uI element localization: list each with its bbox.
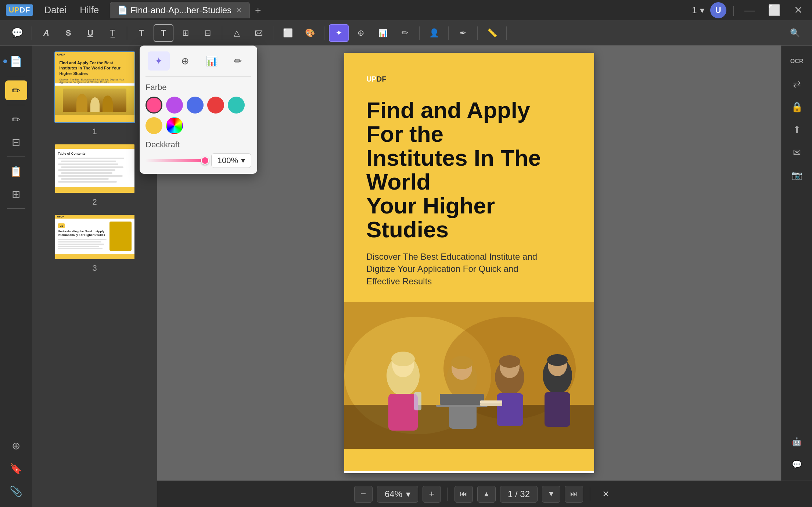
- thumbnail-frame-2[interactable]: Table of Contents: [54, 144, 135, 194]
- zoom-in-button[interactable]: +: [423, 486, 441, 503]
- chart-tool[interactable]: 📊: [373, 24, 393, 42]
- toc-line-5: [58, 169, 115, 171]
- close-toolbar-button[interactable]: ✕: [597, 486, 615, 503]
- toc-line-9: [58, 181, 117, 183]
- person-tool[interactable]: 👤: [424, 24, 444, 42]
- opacity-value-box[interactable]: 100% ▾: [211, 153, 251, 168]
- new-tab-button[interactable]: +: [251, 3, 265, 18]
- svg-rect-21: [440, 394, 484, 405]
- menu-datei[interactable]: Datei: [39, 2, 72, 18]
- sidebar-extract-icon[interactable]: 📋: [5, 161, 27, 181]
- cover-subtitle-1: Discover The Best Educational Institute …: [60, 78, 130, 83]
- search-tool[interactable]: 🔍: [785, 24, 805, 42]
- right-export-icon[interactable]: ⬆: [786, 120, 808, 140]
- menu-hilfe[interactable]: Hilfe: [75, 2, 104, 18]
- pdf-toc-2: Table of Contents: [55, 144, 134, 193]
- popup-star-tab[interactable]: ✦: [148, 51, 170, 71]
- thumbnail-3[interactable]: UPDF 01 Understanding the Need to Apply …: [38, 214, 151, 273]
- app-logo[interactable]: UPDF: [6, 4, 33, 16]
- text-tool[interactable]: T: [132, 24, 151, 42]
- paint-tool[interactable]: 🎨: [300, 24, 320, 42]
- right-mail-icon[interactable]: ✉: [786, 143, 808, 162]
- text-box-tool[interactable]: T: [154, 24, 173, 42]
- svg-point-19: [547, 354, 568, 366]
- thumbnail-frame-3[interactable]: UPDF 01 Understanding the Need to Apply …: [54, 214, 135, 260]
- separator-7: [448, 26, 449, 40]
- thumbnail-frame-1[interactable]: UPDF Find and Apply For the Best Institu…: [54, 51, 135, 123]
- underline-tool[interactable]: U: [80, 24, 100, 42]
- highlight-tool[interactable]: A: [36, 24, 56, 42]
- opacity-slider-thumb[interactable]: [201, 157, 209, 165]
- pencil-tool[interactable]: ✏: [395, 24, 415, 42]
- people-illustration: [344, 302, 594, 449]
- popup-pencil-tab[interactable]: ✏: [227, 51, 249, 71]
- nav-prev-button[interactable]: ▲: [477, 486, 496, 503]
- page-chevron[interactable]: ▾: [700, 5, 704, 15]
- color-blue[interactable]: [187, 97, 204, 114]
- toc-header-2: [55, 144, 134, 149]
- popup-link-tab[interactable]: ⊕: [174, 51, 196, 71]
- toc-bottom-2: [55, 187, 134, 193]
- right-chat-icon[interactable]: 💬: [786, 455, 808, 475]
- shape-tool[interactable]: △: [227, 24, 247, 42]
- table-tool[interactable]: ⊟: [198, 24, 218, 42]
- right-convert-icon[interactable]: ⇄: [786, 74, 808, 94]
- color-yellow[interactable]: [145, 117, 162, 134]
- opacity-slider-track[interactable]: [145, 159, 207, 162]
- window-close-button[interactable]: ✕: [790, 3, 806, 18]
- sidebar-pages-icon[interactable]: 📄: [5, 51, 27, 71]
- right-camera-icon[interactable]: 📷: [786, 165, 808, 185]
- text-field-tool[interactable]: ⊞: [176, 24, 195, 42]
- sidebar-paperclip-icon[interactable]: 📎: [5, 481, 27, 501]
- sidebar-bookmark-icon[interactable]: 🔖: [5, 459, 27, 478]
- comment-tool[interactable]: 💬: [7, 24, 27, 42]
- svg-rect-24: [480, 400, 502, 403]
- color-purple[interactable]: [166, 97, 183, 114]
- color-teal[interactable]: [228, 97, 245, 114]
- tab-icon: 📄: [118, 6, 127, 15]
- popup-chart-tab[interactable]: 📊: [201, 51, 223, 71]
- maximize-button[interactable]: ⬜: [764, 3, 784, 18]
- stamp-tool[interactable]: 🖂: [249, 24, 269, 42]
- zoom-out-button[interactable]: −: [354, 486, 373, 503]
- wavy-underline-tool[interactable]: T̲: [103, 24, 122, 42]
- p3-body-3: 01 Understanding the Need to Apply Inter…: [55, 219, 134, 254]
- ruler-tool[interactable]: 📏: [482, 24, 502, 42]
- nav-end-button[interactable]: ⏭: [565, 486, 583, 503]
- nav-start-button[interactable]: ⏮: [454, 486, 473, 503]
- color-pink[interactable]: [145, 97, 162, 114]
- bottom-sep-1: [448, 488, 448, 501]
- nav-next-button[interactable]: ▼: [542, 486, 560, 503]
- sidebar-divider-2: [7, 105, 25, 105]
- right-ocr-icon[interactable]: OCR: [786, 51, 808, 71]
- link-tool[interactable]: ⊕: [351, 24, 371, 42]
- sidebar-form-icon[interactable]: ⊟: [5, 132, 27, 152]
- cover-bottom-1: [55, 115, 134, 122]
- star-tool[interactable]: ✦: [329, 24, 349, 42]
- strikethrough-tool[interactable]: S: [58, 24, 78, 42]
- sidebar-annotate-icon[interactable]: ✏: [5, 80, 27, 100]
- right-security-icon[interactable]: 🔒: [786, 97, 808, 117]
- zoom-display[interactable]: 64% ▾: [377, 486, 418, 503]
- color-multicolor[interactable]: [166, 117, 183, 134]
- active-tab[interactable]: 📄 Find-and-Ap...her-Studies ✕: [110, 2, 250, 18]
- sidebar-organize-icon[interactable]: ⊞: [5, 184, 27, 204]
- p3-text-3: [58, 244, 104, 245]
- toc-line-3: [58, 163, 118, 165]
- minimize-button[interactable]: —: [741, 3, 758, 18]
- pdf-page-yellow-top: UPDF Find and Apply For the Institutes I…: [344, 53, 594, 302]
- zoom-level: 64%: [385, 489, 402, 499]
- sidebar-layers-icon[interactable]: ⊕: [5, 436, 27, 456]
- signature-tool[interactable]: ✒: [453, 24, 473, 42]
- tab-close-button[interactable]: ✕: [236, 6, 242, 15]
- rectangle-tool[interactable]: ⬜: [278, 24, 298, 42]
- thumbnail-2[interactable]: Table of Contents 2: [38, 144, 151, 207]
- separator-1: [32, 26, 32, 40]
- thumbnail-1[interactable]: UPDF Find and Apply For the Best Institu…: [38, 51, 151, 136]
- separator-4: [273, 26, 273, 40]
- right-ai-icon[interactable]: 🤖: [786, 432, 808, 452]
- color-red[interactable]: [207, 97, 224, 114]
- sidebar-edit-icon[interactable]: ✏: [5, 109, 27, 129]
- svg-point-15: [499, 355, 520, 368]
- user-avatar[interactable]: U: [710, 2, 726, 18]
